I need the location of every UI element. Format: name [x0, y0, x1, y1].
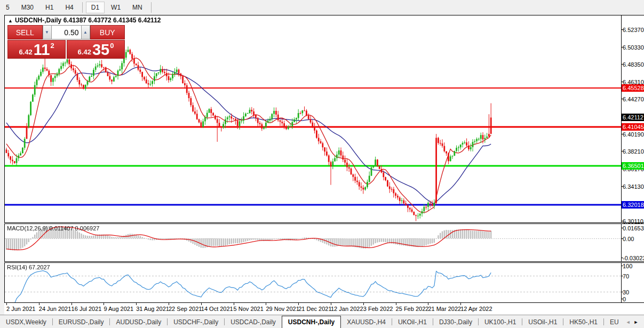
- date-label: 3 Feb 2022: [363, 306, 393, 312]
- date-label: 12 Jan 2022: [331, 306, 363, 312]
- sell-price-main: 11: [34, 42, 50, 58]
- buy-price-main: 35: [92, 42, 109, 58]
- date-label: 14 Oct 2021: [201, 306, 233, 312]
- rsi-axis-label: 100: [623, 263, 632, 269]
- one-click-trading-panel: SELL ▼ 0.50 ▲ BUY 6.42 11 2 6.42: [7, 25, 125, 59]
- chart-tab-usdchf-daily[interactable]: USDCHF-,Daily: [168, 317, 224, 327]
- date-tick: [201, 303, 202, 305]
- rsi-axis-label: 0: [623, 296, 626, 302]
- date-tick: [234, 303, 234, 305]
- timeframe-button-h4[interactable]: H4: [60, 2, 78, 13]
- sell-price-quote[interactable]: 6.42 11 2: [7, 40, 66, 59]
- date-tick: [136, 303, 137, 305]
- buy-price-prefix: 6.42: [78, 48, 91, 56]
- macd-axis: 0.016530.00-0.03023: [622, 223, 644, 262]
- terminal-window: 5M30H1H4D1W1MN ▲USDCNH-,Daily 6.41387 6.…: [0, 0, 644, 328]
- date-label: 16 Jul 2021: [71, 306, 102, 312]
- date-tick: [6, 303, 7, 305]
- sell-price-sup: 2: [50, 42, 54, 50]
- date-tick: [428, 303, 428, 305]
- chart-title: ▲USDCNH-,Daily 6.41387 6.43772 6.41345 6…: [8, 17, 161, 24]
- price-axis[interactable]: 6.523706.503306.483506.463106.442706.401…: [622, 15, 644, 223]
- collapse-chart-icon[interactable]: ▲: [8, 18, 13, 23]
- timeframe-button-5[interactable]: 5: [1, 2, 15, 13]
- current-price-label: 6.42112: [622, 114, 644, 121]
- chart-tab-dj30-daily[interactable]: DJ30-,Daily: [433, 317, 478, 327]
- chart-tab-usdx-weekly[interactable]: USDX,Weekly: [0, 317, 52, 327]
- buy-price-quote[interactable]: 6.42 35 0: [67, 40, 125, 59]
- chart-tab-eurusd-daily[interactable]: EURUSD-,Daily: [53, 317, 110, 327]
- timeframe-button-d1[interactable]: D1: [86, 2, 105, 13]
- date-tick: [298, 303, 299, 305]
- date-label: 21 Mar 2022: [428, 306, 461, 312]
- rsi-chart-canvas[interactable]: [5, 263, 621, 302]
- date-label: 25 Feb 2022: [396, 306, 429, 312]
- date-tick: [363, 303, 364, 305]
- level-price-label: 6.32018: [622, 201, 644, 209]
- chart-tab-hk50-h1[interactable]: HK50-,H1: [563, 317, 603, 327]
- date-tick: [71, 303, 72, 305]
- date-label: 31 Aug 2021: [136, 306, 169, 312]
- sell-button[interactable]: SELL: [7, 25, 43, 39]
- chart-tab-ukoil-h1[interactable]: UKOil-,H1: [392, 317, 433, 327]
- timeframe-button-mn[interactable]: MN: [127, 2, 148, 13]
- chart-tab-eu[interactable]: EU: [604, 317, 625, 327]
- date-label: 9 Aug 2021: [104, 306, 133, 312]
- volume-decrease-button[interactable]: ▼: [43, 25, 52, 39]
- chart-tab-xauusd-h4[interactable]: XAUUSD-,H4: [341, 317, 392, 327]
- date-label: 2 Jun 2021: [6, 306, 35, 312]
- chart-ohlc-values: 6.41387 6.43772 6.41345 6.42112: [63, 17, 161, 24]
- date-label: 12 Apr 2022: [460, 306, 492, 312]
- date-label: 22 Sep 2021: [169, 306, 202, 312]
- date-label: 21 Dec 2021: [298, 306, 331, 312]
- rsi-indicator-label: RSI(14) 67.2027: [7, 264, 50, 270]
- date-axis[interactable]: 2 Jun 202124 Jun 202116 Jul 20219 Aug 20…: [4, 303, 644, 315]
- date-tick: [266, 303, 266, 305]
- chart-tab-audusd-daily[interactable]: AUDUSD-,Daily: [110, 317, 167, 327]
- date-tick: [331, 303, 331, 305]
- date-label: 5 Nov 2021: [234, 306, 264, 312]
- chart-tab-usdcad-daily[interactable]: USDCAD-,Daily: [225, 317, 282, 327]
- date-tick: [396, 303, 396, 305]
- buy-button[interactable]: BUY: [90, 25, 125, 39]
- chart-tab-usoil-h1[interactable]: USOil-,H1: [522, 317, 563, 327]
- price-tick-label: 6.38210: [623, 148, 644, 155]
- date-tick: [460, 303, 461, 305]
- rsi-axis-label: 30: [623, 289, 629, 295]
- macd-axis-label: -0.03023: [623, 255, 644, 261]
- buy-price-sup: 0: [110, 42, 114, 50]
- main-chart-panel: ▲USDCNH-,Daily 6.41387 6.43772 6.41345 6…: [4, 15, 644, 223]
- price-tick-label: 6.52370: [623, 27, 644, 33]
- chart-tab-usdcnh-daily[interactable]: USDCNH-,Daily: [282, 316, 341, 328]
- rsi-axis-label: 70: [623, 273, 629, 279]
- date-label: 24 Jun 2021: [39, 306, 71, 312]
- volume-increase-button[interactable]: ▲: [81, 25, 90, 39]
- level-price-label: 6.45528: [622, 84, 644, 92]
- date-tick: [104, 303, 104, 305]
- macd-axis-label: 0.00: [623, 236, 634, 242]
- date-tick: [169, 303, 169, 305]
- date-label: 29 Nov 2021: [266, 306, 299, 312]
- price-tick-label: 6.44270: [623, 96, 644, 102]
- price-tick-label: 6.48350: [623, 61, 644, 68]
- sell-price-prefix: 6.42: [19, 48, 32, 56]
- chart-window: ▲USDCNH-,Daily 6.41387 6.43772 6.41345 6…: [4, 15, 644, 315]
- macd-indicator-label: MACD(12,26,9) 0.011407 0.006927: [7, 225, 99, 231]
- chart-symbol-label: USDCNH-,Daily: [15, 17, 61, 24]
- chart-tabs: USDX,WeeklyEURUSD-,DailyAUDUSD-,DailyUSD…: [0, 315, 644, 328]
- timeframe-button-m30[interactable]: M30: [16, 2, 39, 13]
- level-price-label: 6.41045: [622, 123, 644, 131]
- price-tick-label: 6.40190: [623, 131, 644, 138]
- volume-input[interactable]: 0.50: [52, 25, 81, 39]
- toolbar-separator: [151, 2, 152, 13]
- price-tick-label: 6.34130: [623, 183, 644, 190]
- rsi-axis: 10070300: [622, 262, 644, 303]
- date-tick: [39, 303, 39, 305]
- tabs-scroll-left-icon[interactable]: ◄: [626, 319, 631, 325]
- price-tick-label: 6.50330: [623, 44, 644, 51]
- rsi-panel: RSI(14) 67.2027 10070300: [4, 262, 644, 303]
- chart-tab-uk100-h1[interactable]: UK100-,H1: [479, 317, 522, 327]
- tabs-scroll-right-icon[interactable]: ►: [634, 319, 639, 325]
- timeframe-button-h1[interactable]: H1: [40, 2, 59, 13]
- timeframe-button-w1[interactable]: W1: [106, 2, 126, 13]
